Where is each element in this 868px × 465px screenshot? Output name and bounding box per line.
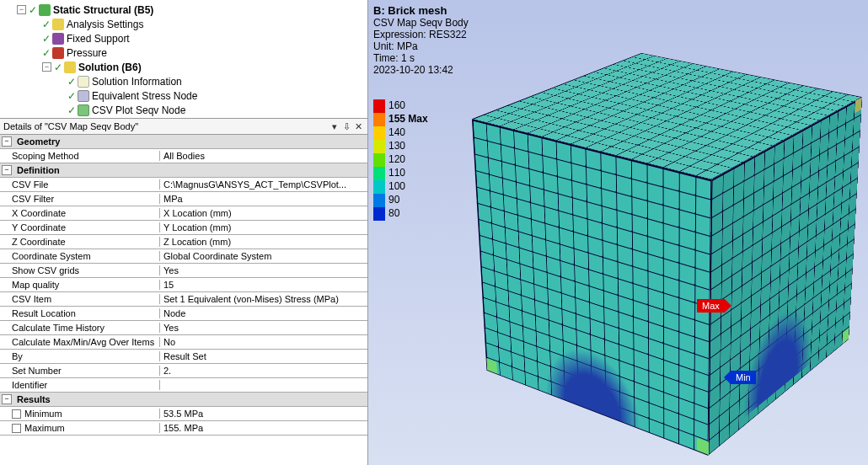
tree-item-eq-stress[interactable]: ✓ Equivalent Stress Node <box>17 88 367 103</box>
result-subtitle: CSV Map Seqv Body <box>373 17 469 29</box>
prop-row[interactable]: Show CSV gridsYes <box>0 264 367 278</box>
prop-row[interactable]: Maximum155. MPa <box>0 421 367 436</box>
close-icon[interactable]: ✕ <box>352 121 364 132</box>
result-time: Time: 1 s <box>373 52 469 64</box>
legend-label: 100 <box>388 180 428 194</box>
check-icon: ✓ <box>67 90 76 102</box>
tree-item-solution[interactable]: − ✓ Solution (B6) <box>17 60 367 74</box>
prop-key: Maximum <box>0 423 160 434</box>
tree-label: Solution Information <box>92 76 182 88</box>
prop-row[interactable]: CSV ItemSet 1 Equivalent (von-Mises) Str… <box>0 292 367 307</box>
prop-row[interactable]: CSV FileC:\MagnusG\ANSYS_ACT_Temp\CSVPlo… <box>0 178 367 192</box>
max-probe[interactable]: Max <box>697 299 725 313</box>
prop-key: CSV Item <box>0 294 160 304</box>
prop-key: Calculate Time History <box>0 323 160 333</box>
prop-row[interactable]: Result LocationNode <box>0 307 367 321</box>
prop-row[interactable]: ByResult Set <box>0 350 367 364</box>
legend-swatch <box>373 167 385 180</box>
prop-value[interactable]: Result Set <box>160 351 367 361</box>
prop-row[interactable]: CSV FilterMPa <box>0 192 367 206</box>
prop-value[interactable]: 15 <box>160 280 367 290</box>
legend-swatch <box>373 194 385 207</box>
min-probe[interactable]: Min <box>731 371 756 384</box>
prop-key: Scoping Method <box>0 151 160 161</box>
prop-key: Y Coordinate <box>0 222 160 232</box>
prop-value[interactable]: 155. MPa <box>160 423 367 433</box>
tree-label: CSV Plot Seqv Node <box>92 104 185 116</box>
pin-icon[interactable]: ⇩ <box>340 121 352 132</box>
prop-row[interactable]: Scoping MethodAll Bodies <box>0 149 367 163</box>
stress-result-icon <box>78 90 89 102</box>
tree-item-csv-plot[interactable]: ✓ CSV Plot Seqv Node <box>17 103 367 117</box>
prop-value[interactable]: Set 1 Equivalent (von-Mises) Stress (MPa… <box>160 294 367 304</box>
collapse-icon[interactable]: − <box>2 394 12 404</box>
prop-value[interactable]: X Location (mm) <box>160 208 367 218</box>
prop-row[interactable]: X CoordinateX Location (mm) <box>0 206 367 221</box>
prop-row[interactable]: Calculate Time HistoryYes <box>0 321 367 335</box>
check-icon: ✓ <box>42 19 51 30</box>
prop-row[interactable]: Identifier <box>0 378 367 393</box>
result-expression: Expression: RES322 <box>373 29 469 40</box>
tree-item-solution-info[interactable]: ✓ Solution Information <box>17 74 367 88</box>
prop-row[interactable]: Minimum53.5 MPa <box>0 407 367 421</box>
prop-row[interactable]: Map quality15 <box>0 278 367 292</box>
prop-value[interactable]: All Bodies <box>160 151 367 161</box>
tree-item-static-structural[interactable]: − ✓ Static Structural (B5) <box>17 3 367 17</box>
csv-plot-icon <box>78 104 89 116</box>
legend-label: 155 Max <box>388 113 428 126</box>
tree-label: Equivalent Stress Node <box>92 90 197 102</box>
tree-label: Static Structural (B5) <box>53 4 153 16</box>
collapse-icon[interactable]: − <box>17 5 26 14</box>
prop-value[interactable]: Y Location (mm) <box>160 222 367 232</box>
prop-value[interactable]: Global Coordinate System <box>160 251 367 261</box>
legend-label: 80 <box>388 207 428 221</box>
prop-value[interactable]: 53.5 MPa <box>160 409 367 419</box>
group-label: Geometry <box>13 136 367 147</box>
prop-value[interactable]: No <box>160 337 367 347</box>
fixed-support-icon <box>52 33 64 45</box>
group-label: Definition <box>13 165 367 175</box>
group-label: Results <box>13 394 367 404</box>
prop-row[interactable]: Z CoordinateZ Location (mm) <box>0 235 367 249</box>
viewport-info: B: Brick mesh CSV Map Seqv Body Expressi… <box>373 5 469 76</box>
dropdown-icon[interactable]: ▾ <box>329 121 340 132</box>
legend-label: 110 <box>388 167 428 180</box>
tree-item-fixed-support[interactable]: ✓ Fixed Support <box>17 31 367 45</box>
tree-item-pressure[interactable]: ✓ Pressure <box>17 45 367 60</box>
property-grid[interactable]: −GeometryScoping MethodAll Bodies−Defini… <box>0 135 367 465</box>
check-icon: ✓ <box>42 33 51 45</box>
legend-swatch <box>373 126 385 140</box>
prop-row[interactable]: Y CoordinateY Location (mm) <box>0 221 367 235</box>
prop-key: Calculate Max/Min/Avg Over Items <box>0 337 160 347</box>
static-structural-icon <box>39 4 51 16</box>
prop-value[interactable]: Yes <box>160 323 367 333</box>
prop-key: Coordinate System <box>0 251 160 261</box>
result-date: 2023-10-20 13:42 <box>373 64 469 76</box>
prop-value[interactable]: C:\MagnusG\ANSYS_ACT_Temp\CSVPlot... <box>160 179 367 190</box>
prop-row[interactable]: Set Number2. <box>0 364 367 378</box>
prop-value[interactable]: 2. <box>160 366 367 376</box>
prop-value[interactable]: Z Location (mm) <box>160 237 367 247</box>
outline-tree[interactable]: − ✓ Static Structural (B5) ✓ Analysis Se… <box>0 0 367 118</box>
checkbox[interactable] <box>12 409 21 419</box>
analysis-settings-icon <box>52 19 64 30</box>
legend-swatch <box>373 113 385 126</box>
collapse-icon[interactable]: − <box>2 165 12 175</box>
collapse-icon[interactable]: − <box>2 136 12 147</box>
prop-group[interactable]: −Definition <box>0 163 367 178</box>
checkbox[interactable] <box>12 424 21 433</box>
prop-group[interactable]: −Geometry <box>0 135 367 149</box>
prop-value[interactable]: MPa <box>160 194 367 204</box>
legend-label: 130 <box>388 140 428 153</box>
mesh-render[interactable]: Max Min <box>478 17 865 446</box>
legend-label: 90 <box>388 194 428 207</box>
prop-row[interactable]: Coordinate SystemGlobal Coordinate Syste… <box>0 249 367 264</box>
viewport-3d[interactable]: B: Brick mesh CSV Map Seqv Body Expressi… <box>368 0 868 465</box>
prop-row[interactable]: Calculate Max/Min/Avg Over ItemsNo <box>0 335 367 350</box>
prop-value[interactable]: Yes <box>160 265 367 275</box>
prop-value[interactable]: Node <box>160 308 367 318</box>
tree-item-analysis-settings[interactable]: ✓ Analysis Settings <box>17 17 367 31</box>
prop-group[interactable]: −Results <box>0 393 367 407</box>
result-unit: Unit: MPa <box>373 40 469 52</box>
collapse-icon[interactable]: − <box>42 62 51 72</box>
